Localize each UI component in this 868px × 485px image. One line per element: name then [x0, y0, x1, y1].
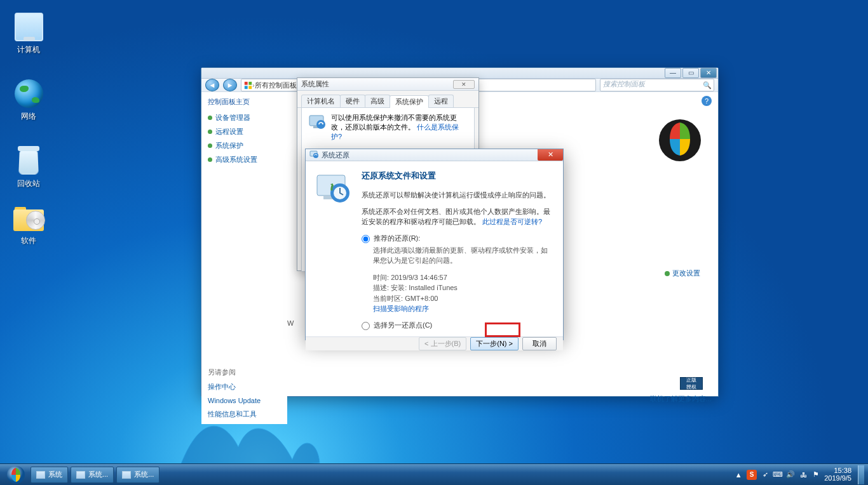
desktop-icon-label: 计算机 — [17, 45, 40, 54]
shield-badge-icon — [208, 116, 212, 120]
tab-hardware[interactable]: 硬件 — [340, 95, 365, 107]
system-properties-tabs: 计算机名 硬件 高级 系统保护 远程 — [297, 91, 478, 108]
next-button[interactable]: 下一步(N) > — [470, 337, 519, 350]
tray-expand-icon[interactable]: ▲ — [734, 470, 743, 479]
shield-badge-icon — [208, 143, 212, 148]
radio-input[interactable] — [362, 322, 370, 330]
window-thumb-icon — [36, 471, 45, 479]
sidebar-header: 控制面板主页 — [208, 97, 281, 107]
wizard-footer: < 上一步(B) 下一步(N) > 取消 — [306, 336, 563, 350]
svg-point-7 — [316, 120, 325, 129]
sidebar-item-system-protection[interactable]: 系统保护 — [208, 141, 281, 150]
tab-remote[interactable]: 远程 — [428, 95, 454, 107]
sogou-ime-icon[interactable]: S — [747, 470, 757, 480]
desktop-icon-recycle-bin[interactable]: 回收站 — [3, 146, 54, 189]
restore-point-time: 时间: 2019/9/3 14:46:57 — [373, 272, 554, 283]
stray-text: W — [287, 319, 294, 327]
tab-computer-name[interactable]: 计算机名 — [301, 95, 341, 107]
help-icon[interactable]: ? — [702, 96, 712, 106]
desktop-icon-label: 网络 — [21, 112, 36, 121]
sidebar-link-windows-update[interactable]: Windows Update — [208, 397, 281, 404]
wizard-close-button[interactable]: ✕ — [538, 149, 563, 161]
recycle-bin-icon — [16, 146, 41, 175]
taskbar-clock[interactable]: 15:38 2019/9/5 — [824, 467, 851, 482]
close-button[interactable]: ✕ — [700, 68, 717, 78]
maximize-button[interactable]: ▭ — [682, 68, 699, 78]
folder-icon — [13, 207, 44, 232]
svg-rect-0 — [245, 81, 248, 84]
sidebar-see-also: 另请参阅 — [208, 368, 281, 377]
wizard-paragraph: 系统还原可以帮助解决使计算机运行缓慢或停止响应的问题。 — [362, 190, 554, 201]
globe-icon — [15, 79, 43, 108]
nav-back-button[interactable]: ◄ — [205, 79, 219, 91]
dialog-titlebar[interactable]: 系统属性 ✕ — [297, 78, 478, 91]
network-tray-icon[interactable]: 🖧 — [799, 470, 808, 479]
wizard-paragraph: 系统还原不会对任何文档、图片或其他个人数据产生影响。最近安装的程序和驱动程序可能… — [362, 207, 554, 227]
volume-icon[interactable]: 🔊 — [786, 470, 795, 479]
desktop-icon-computer[interactable]: 计算机 — [3, 13, 54, 55]
reversible-link[interactable]: 此过程是否可逆转? — [482, 218, 542, 225]
wizard-title: 系统还原 — [322, 150, 349, 160]
start-button[interactable] — [4, 465, 28, 484]
back-button: < 上一步(B) — [419, 337, 466, 350]
ime-mode-icon[interactable]: ➶ — [761, 470, 770, 479]
sidebar-item-remote-settings[interactable]: 远程设置 — [208, 127, 281, 136]
search-icon: 🔍 — [703, 81, 712, 90]
wizard-titlebar[interactable]: 系统还原 ✕ — [306, 149, 563, 161]
sidebar-link-performance[interactable]: 性能信息和工具 — [208, 409, 281, 419]
genuine-badge: 正版 授权 — [680, 377, 703, 390]
sidebar-link-action-center[interactable]: 操作中心 — [208, 382, 281, 392]
system-restore-wizard: 系统还原 ✕ 还原系统文件和设置 系统还原可以帮助解决使计算机运行缓慢或停止响应… — [305, 149, 564, 340]
svg-point-9 — [313, 153, 318, 158]
desktop-icon-software-folder[interactable]: 软件 — [3, 207, 54, 246]
shield-badge-icon — [208, 157, 212, 162]
svg-rect-1 — [248, 81, 252, 84]
action-center-tray-icon[interactable]: ⚑ — [811, 470, 820, 479]
change-settings-link[interactable]: 更改设置 — [665, 269, 700, 278]
minimize-button[interactable]: — — [665, 68, 681, 78]
scan-affected-programs-link[interactable]: 扫描受影响的程序 — [373, 305, 429, 312]
computer-icon — [15, 13, 43, 41]
system-protection-icon — [308, 113, 326, 131]
taskbar-item[interactable]: 系统... — [71, 467, 114, 483]
taskbar-item[interactable]: 系统... — [116, 467, 159, 483]
cancel-button[interactable]: 取消 — [522, 337, 557, 350]
desktop-icon-label: 软件 — [21, 236, 36, 245]
restore-point-description: 描述: 安装: Installed iTunes — [373, 282, 554, 293]
radio-choose-another[interactable]: 选择另一还原点(C) — [362, 321, 554, 330]
system-tray: ▲ S ➶ ⌨ 🔊 🖧 ⚑ 15:38 2019/9/5 — [734, 465, 864, 484]
wizard-art — [315, 170, 353, 333]
window-thumb-icon — [122, 471, 131, 479]
keyboard-icon[interactable]: ⌨ — [773, 470, 782, 479]
tab-system-protection[interactable]: 系统保护 — [390, 95, 429, 108]
radio-input[interactable] — [362, 235, 370, 243]
dialog-title: 系统属性 — [301, 79, 329, 89]
restore-point-timezone: 当前时区: GMT+8:00 — [373, 293, 554, 304]
windows-logo — [657, 117, 703, 163]
desktop-icon-network[interactable]: 网络 — [3, 79, 54, 122]
taskbar: 系统 系统... 系统... ▲ S ➶ ⌨ 🔊 🖧 ⚑ 15:38 2019/… — [0, 463, 868, 485]
window-thumb-icon — [76, 471, 85, 479]
shield-badge-icon — [665, 271, 670, 276]
show-desktop-button[interactable] — [858, 465, 864, 484]
sidebar-item-device-manager[interactable]: 设备管理器 — [208, 113, 281, 123]
radio-recommended-restore[interactable]: 推荐的还原(R): — [362, 234, 554, 243]
restore-icon — [309, 150, 318, 160]
recommended-description: 选择此选项以撤消最新的更新、驱动程序或软件安装，如果您认为是它引起的问题。 — [373, 246, 554, 266]
nav-forward-button[interactable]: ► — [223, 79, 237, 91]
control-panel-icon — [244, 81, 252, 90]
learn-more-online-link[interactable]: 联机了解更多内容... — [650, 394, 712, 404]
wizard-heading: 还原系统文件和设置 — [362, 170, 554, 182]
search-input[interactable]: 搜索控制面板 🔍 — [600, 79, 714, 91]
dialog-close-button[interactable]: ✕ — [453, 80, 475, 89]
svg-rect-3 — [248, 86, 252, 89]
shield-badge-icon — [208, 130, 212, 134]
desktop-icon-label: 回收站 — [17, 179, 40, 188]
taskbar-item[interactable]: 系统 — [31, 467, 68, 483]
sidebar-item-advanced-settings[interactable]: 高级系统设置 — [208, 155, 281, 164]
svg-rect-2 — [245, 86, 248, 89]
control-panel-sidebar: 控制面板主页 设备管理器 远程设置 系统保护 高级系统设置 另请参阅 操作中心 … — [201, 92, 287, 424]
tab-advanced[interactable]: 高级 — [365, 95, 390, 107]
